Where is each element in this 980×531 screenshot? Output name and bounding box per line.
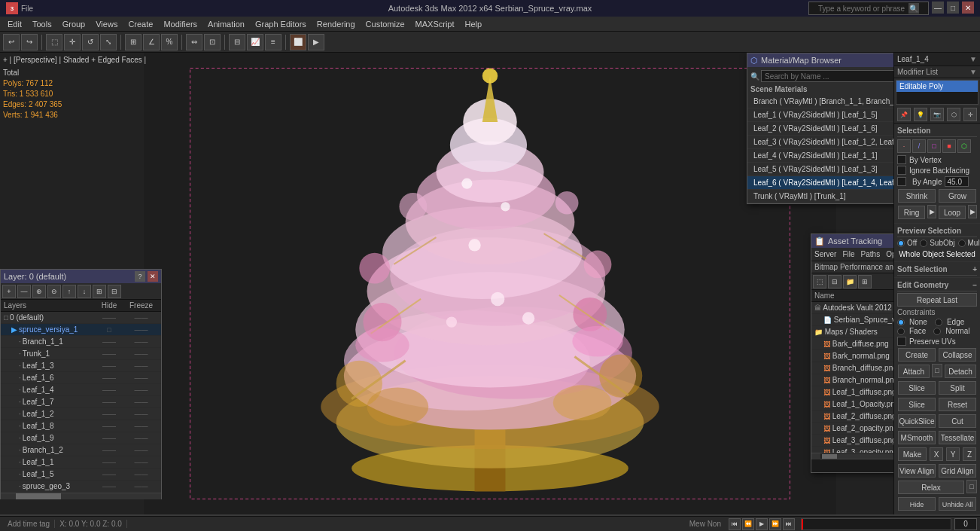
file-menu-title[interactable]: File <box>21 5 33 13</box>
hide-selected-button[interactable]: Hide Selected <box>898 497 936 511</box>
unhide-all-button[interactable]: Unhide All <box>939 497 976 511</box>
quickslice-button[interactable]: QuickSlice <box>898 414 936 428</box>
border-icon[interactable]: □ <box>927 139 941 153</box>
by-vertex-checkbox[interactable] <box>897 155 906 164</box>
layer-row-5[interactable]: ·Leaf_1_6———— <box>1 372 161 384</box>
constraint-face-radio[interactable] <box>897 328 905 335</box>
layer-row-13[interactable]: ·Leaf_1_5———— <box>1 468 161 481</box>
layer-btn-8[interactable]: ⊞ <box>93 285 106 298</box>
menu-customize[interactable]: Customize <box>361 19 409 29</box>
toolbar-btn-1[interactable]: ↩ <box>3 34 20 50</box>
menu-modifiers[interactable]: Modifiers <box>159 19 202 29</box>
layer-row-1[interactable]: ▶spruce_versiya_1□—— <box>1 324 161 336</box>
split-button[interactable]: Split <box>939 381 976 395</box>
constraint-normal-radio[interactable] <box>933 328 941 335</box>
repeat-last-btn[interactable]: Repeat Last <box>897 293 977 307</box>
layer-btn-6[interactable]: ↑ <box>62 285 76 298</box>
ep-btn-light[interactable]: 💡 <box>914 108 927 121</box>
toolbar-curve-editor-btn[interactable]: 📈 <box>247 34 263 50</box>
z-button[interactable]: Z <box>963 447 976 461</box>
y-button[interactable]: Y <box>946 447 960 461</box>
poly-icon[interactable]: ■ <box>942 139 956 153</box>
layer-help-btn[interactable]: ? <box>135 271 145 282</box>
toolbar-render-btn[interactable]: ⬜ <box>290 34 306 50</box>
toolbar-angle-snap-btn[interactable]: ∠ <box>143 34 160 50</box>
create-button[interactable]: Create <box>898 348 936 362</box>
search-icon[interactable]: 🔍 <box>808 2 929 15</box>
at-btn-3[interactable]: 📁 <box>843 275 857 288</box>
preview-subobj-radio[interactable] <box>920 240 927 247</box>
toolbar-align-btn[interactable]: ⊡ <box>204 34 221 50</box>
timeline-area[interactable] <box>801 518 951 530</box>
maximize-button[interactable]: □ <box>947 2 959 14</box>
constraint-none-radio[interactable] <box>897 319 905 326</box>
menu-animation[interactable]: Animation <box>203 19 249 29</box>
layer-close-btn[interactable]: ✕ <box>148 271 158 282</box>
at-menu-server[interactable]: Server <box>814 250 836 258</box>
layer-row-4[interactable]: ·Leaf_1_3———— <box>1 360 161 372</box>
by-angle-input[interactable] <box>945 176 969 187</box>
menu-edit[interactable]: Edit <box>3 19 26 29</box>
layer-row-9[interactable]: ·Leaf_1_8———— <box>1 420 161 432</box>
minimize-button[interactable]: — <box>932 2 944 14</box>
loop-arrow-btn[interactable]: ▶ <box>968 205 977 218</box>
loop-button[interactable]: Loop <box>939 206 966 219</box>
status-btn-2[interactable]: ⏪ <box>742 518 754 530</box>
toolbar-select-btn[interactable]: ⬚ <box>46 34 62 50</box>
toolbar-mirror-btn[interactable]: ⇔ <box>186 34 202 50</box>
constraint-edge-radio[interactable] <box>935 319 942 326</box>
layer-row-11[interactable]: ·Branch_1_2———— <box>1 444 161 456</box>
ring-button[interactable]: Ring <box>898 206 925 219</box>
grow-button[interactable]: Grow <box>939 189 976 203</box>
layer-row-3[interactable]: ·Trunk_1———— <box>1 348 161 360</box>
make-planar-button[interactable]: Make Planar <box>898 447 927 461</box>
status-btn-3[interactable]: ▶ <box>756 518 768 530</box>
layer-row-14[interactable]: ·spruce_geo_3———— <box>1 481 161 493</box>
modifier-list-dropdown[interactable]: ▼ <box>969 68 977 76</box>
layer-btn-9[interactable]: ⊟ <box>108 285 121 298</box>
toolbar-percent-snap-btn[interactable]: % <box>161 34 178 50</box>
ring-arrow-btn[interactable]: ▶ <box>927 205 936 218</box>
detach-button[interactable]: Detach <box>945 365 976 378</box>
close-button[interactable]: ✕ <box>962 2 974 14</box>
vertex-icon[interactable]: · <box>897 139 911 153</box>
at-btn-2[interactable]: ⊟ <box>828 275 842 288</box>
edge-icon[interactable]: / <box>912 139 926 153</box>
ignore-backfacing-checkbox[interactable] <box>897 166 906 175</box>
toolbar-rotate-btn[interactable]: ↺ <box>82 34 99 50</box>
layer-row-10[interactable]: ·Leaf_1_9———— <box>1 432 161 444</box>
preview-off-radio[interactable] <box>897 240 905 247</box>
x-button[interactable]: X <box>930 447 943 461</box>
edit-geometry-btn[interactable]: Edit Geometry − <box>897 279 977 291</box>
viewport[interactable]: + | [Perspective] | Shaded + Edged Faces… <box>0 53 980 514</box>
frame-input[interactable] <box>954 518 977 530</box>
menu-rendering[interactable]: Rendering <box>312 19 360 29</box>
preview-multi-radio[interactable] <box>958 240 966 247</box>
grid-align-button[interactable]: Grid Align <box>939 464 976 478</box>
status-btn-5[interactable]: ⏭ <box>783 518 795 530</box>
element-icon[interactable]: ⬡ <box>957 139 971 153</box>
status-btn-4[interactable]: ⏩ <box>769 518 781 530</box>
attach-list-btn[interactable]: □ <box>932 364 942 377</box>
editable-poly-item[interactable]: Editable Poly <box>896 81 978 92</box>
status-btn-1[interactable]: ⏮ <box>729 518 741 530</box>
layer-scrollbar[interactable] <box>1 493 161 499</box>
msmooth-button[interactable]: MSmooth <box>898 431 936 444</box>
by-angle-checkbox[interactable] <box>897 177 906 186</box>
at-btn-1[interactable]: ⬚ <box>813 275 826 288</box>
menu-group[interactable]: Group <box>58 19 90 29</box>
menu-views[interactable]: Views <box>91 19 122 29</box>
layer-btn-5[interactable]: ⊖ <box>47 285 61 298</box>
tessellate-button[interactable]: Tessellate <box>939 431 976 444</box>
at-menu-paths[interactable]: Paths <box>861 250 881 258</box>
at-menu-file[interactable]: File <box>842 250 854 258</box>
menu-tools[interactable]: Tools <box>28 19 56 29</box>
layer-btn-create[interactable]: + <box>2 285 16 298</box>
layer-row-0[interactable]: □0 (default)———— <box>1 312 161 324</box>
menu-create[interactable]: Create <box>123 19 157 29</box>
relax-button[interactable]: Relax <box>898 481 964 494</box>
layer-row-2[interactable]: ·Branch_1_1———— <box>1 336 161 348</box>
toolbar-move-btn[interactable]: ✛ <box>64 34 81 50</box>
keyword-search-input[interactable] <box>818 5 908 13</box>
ep-btn-geo[interactable]: ⬡ <box>947 108 960 121</box>
